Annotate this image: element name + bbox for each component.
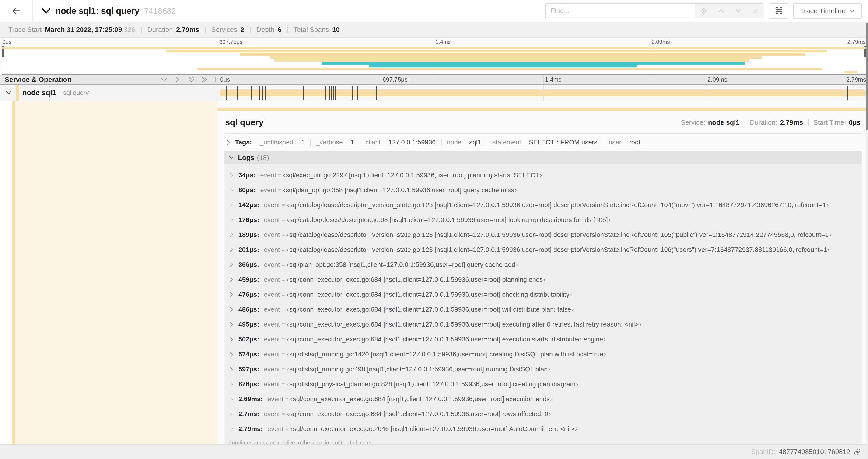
expand-all-double-chevron-right-icon[interactable] <box>201 76 208 83</box>
log-field-value: sql/catalog/lease/descriptor_version_sta… <box>287 246 830 254</box>
equals-sign: = <box>282 306 285 313</box>
span-duration-bar[interactable] <box>220 89 866 96</box>
log-entry[interactable]: 678μs:event=sql/distsql_physical_planner… <box>224 377 862 392</box>
minimap-tick-label: 2.09ms <box>651 39 670 45</box>
log-entry[interactable]: 502μs:event=sql/conn_executor_exec.go:68… <box>224 332 862 347</box>
log-entry[interactable]: 201μs:event=sql/catalog/lease/descriptor… <box>224 242 862 257</box>
log-field-value: sql/catalog/lease/descriptor_version_sta… <box>287 201 829 209</box>
log-entry[interactable]: 189μs:event=sql/catalog/lease/descriptor… <box>224 227 862 242</box>
log-entry[interactable]: 34μs:event=sql/exec_util.go:2297 [nsql1,… <box>224 168 862 183</box>
log-expand-chevron-right-icon[interactable] <box>229 172 234 178</box>
minimap-canvas[interactable] <box>2 46 866 75</box>
span-color-accent <box>16 85 19 101</box>
logs-collapse-chevron-down-icon[interactable] <box>228 155 234 161</box>
log-entry[interactable]: 142μs:event=sql/catalog/lease/descriptor… <box>224 198 862 212</box>
log-entry[interactable]: 2.69ms:event=sql/conn_executor_exec.go:6… <box>224 392 862 406</box>
log-expand-chevron-right-icon[interactable] <box>229 366 234 372</box>
chevron-down-icon <box>849 8 856 14</box>
span-timeline[interactable] <box>218 85 868 101</box>
column-resizer[interactable] <box>214 77 216 82</box>
tag-key: _unfinished <box>260 138 293 146</box>
log-expand-chevron-right-icon[interactable] <box>229 187 234 193</box>
next-match-icon[interactable] <box>735 7 742 15</box>
equals-sign: = <box>345 139 348 146</box>
tag-item: _unfinished=1 <box>254 138 310 146</box>
log-expand-chevron-right-icon[interactable] <box>229 411 234 417</box>
timeline-gridline <box>543 85 544 101</box>
tags-row[interactable]: Tags: _unfinished=1_verbose=1client=127.… <box>224 134 862 150</box>
log-expand-chevron-right-icon[interactable] <box>229 232 234 238</box>
trace-collapse-chevron-icon[interactable] <box>41 7 51 14</box>
log-expand-chevron-right-icon[interactable] <box>229 307 234 312</box>
log-entry[interactable]: 2.7ms:event=sql/conn_executor_exec.go:68… <box>224 406 862 421</box>
log-timestamp: 597μs: <box>239 365 259 373</box>
log-entry[interactable]: 80μs:event=sql/plan_opt.go:358 [nsql1,cl… <box>224 183 862 198</box>
tags-expand-chevron-right-icon[interactable] <box>225 139 231 145</box>
span-detail-meta: Service:node sql1Duration:2.79msStart Ti… <box>676 119 861 126</box>
log-timestamp: 495μs: <box>239 321 259 328</box>
equals-sign: = <box>282 262 285 268</box>
clear-search-icon[interactable] <box>752 7 759 14</box>
log-timestamp: 486μs: <box>239 306 259 313</box>
log-field-key: event <box>264 291 280 298</box>
log-marker <box>303 86 304 100</box>
span-collapse-chevron-icon[interactable] <box>5 89 12 96</box>
detail-meta-value: 0μs <box>849 119 861 126</box>
log-entry[interactable]: 495μs:event=sql/conn_executor_exec.go:68… <box>224 317 862 332</box>
logs-header[interactable]: Logs (18) <box>224 151 862 164</box>
log-expand-chevron-right-icon[interactable] <box>229 396 234 402</box>
tag-item: _verbose=1 <box>310 138 360 146</box>
log-expand-chevron-right-icon[interactable] <box>229 381 234 387</box>
log-expand-chevron-right-icon[interactable] <box>229 217 234 223</box>
log-entry[interactable]: 574μs:event=sql/distsql_running.go:1420 … <box>224 347 862 362</box>
log-marker <box>334 86 334 100</box>
log-expand-chevron-right-icon[interactable] <box>229 247 234 253</box>
log-entry[interactable]: 476μs:event=sql/conn_executor_exec.go:68… <box>224 287 862 302</box>
back-button[interactable] <box>0 0 33 22</box>
page-scrollbar[interactable] <box>866 22 868 459</box>
keyboard-shortcut-button[interactable]: ⌘ <box>770 3 788 19</box>
collapse-all-double-chevron-down-icon[interactable] <box>188 76 195 83</box>
find-input[interactable] <box>546 4 695 18</box>
log-field-value: sql/catalog/lease/descriptor_version_sta… <box>287 231 831 239</box>
detail-meta-label: Duration: <box>750 119 777 126</box>
timeline-gridline <box>706 85 706 101</box>
log-entry[interactable]: 176μs:event=sql/catalog/descs/descriptor… <box>224 212 862 227</box>
log-entry[interactable]: 459μs:event=sql/conn_executor_exec.go:68… <box>224 272 862 287</box>
log-expand-chevron-right-icon[interactable] <box>229 202 234 208</box>
log-expand-chevron-right-icon[interactable] <box>229 277 234 283</box>
log-expand-chevron-right-icon[interactable] <box>229 262 234 267</box>
span-row-service[interactable]: node sql1 sql query <box>0 85 218 101</box>
tag-item: client=127.0.0.1:59936 <box>360 138 441 146</box>
scrollbar-thumb[interactable] <box>866 23 868 130</box>
log-expand-chevron-right-icon[interactable] <box>229 322 234 327</box>
collapse-one-chevron-down-icon[interactable] <box>160 76 167 83</box>
expand-one-chevron-right-icon[interactable] <box>174 76 181 83</box>
log-expand-chevron-right-icon[interactable] <box>229 292 234 297</box>
log-field-key: event <box>264 336 280 343</box>
log-marker <box>237 86 238 100</box>
log-entry[interactable]: 486μs:event=sql/conn_executor_exec.go:68… <box>224 302 862 317</box>
log-expand-chevron-right-icon[interactable] <box>229 426 234 432</box>
log-expand-chevron-right-icon[interactable] <box>229 336 234 342</box>
log-entry[interactable]: 366μs:event=sql/plan_opt.go:358 [nsql1,c… <box>224 257 862 272</box>
locate-icon[interactable] <box>700 7 708 15</box>
log-marker <box>325 86 326 100</box>
view-selector-button[interactable]: Trace Timeline <box>793 3 862 19</box>
deep-link-icon[interactable] <box>854 448 861 456</box>
log-entry[interactable]: 597μs:event=sql/distsql_running.go:498 [… <box>224 362 862 377</box>
log-timestamp: 502μs: <box>239 336 259 343</box>
log-timestamp: 2.79ms: <box>239 425 263 433</box>
header-controls: ⌘ Trace Timeline <box>545 3 862 19</box>
ruler-tick-label: 2.09ms <box>708 76 727 83</box>
log-expand-chevron-right-icon[interactable] <box>229 352 234 357</box>
log-field-key: event <box>268 395 283 403</box>
log-field-key: event <box>264 201 280 209</box>
span-detail-row: sql query Service:node sql1Duration:2.79… <box>0 101 868 444</box>
log-entry[interactable]: 2.79ms:event=sql/conn_executor_exec.go:2… <box>224 421 862 436</box>
trace-summary-item: Services2 <box>205 26 250 34</box>
trace-summary-item: Depth6 <box>250 26 288 34</box>
equals-sign: = <box>282 351 285 358</box>
prev-match-icon[interactable] <box>717 7 725 15</box>
log-timestamp: 80μs: <box>239 186 255 194</box>
